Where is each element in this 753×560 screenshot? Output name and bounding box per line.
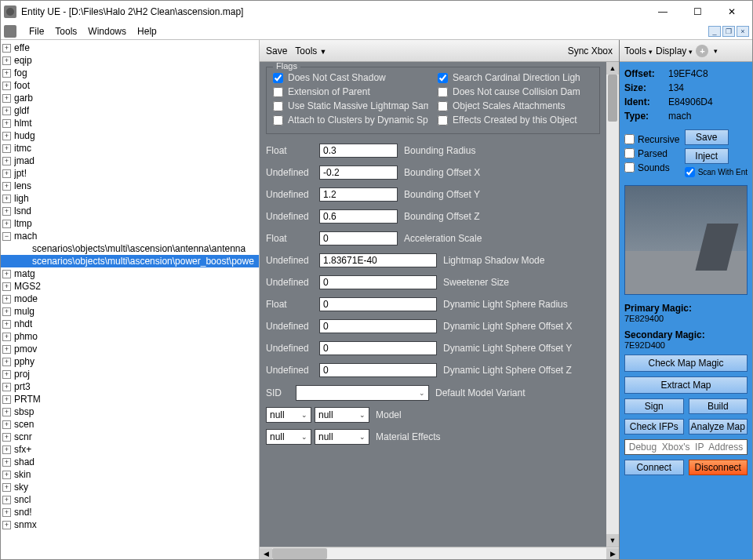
tree-item-foot[interactable]: +foot [1, 79, 259, 92]
tree-item-ligh[interactable]: +ligh [1, 192, 259, 205]
scroll-up-icon[interactable]: ▲ [606, 62, 619, 75]
mdi-minimize-button[interactable]: _ [708, 26, 721, 37]
flag-checkbox[interactable] [438, 101, 448, 111]
minimize-button[interactable]: — [646, 2, 680, 21]
tree-item-sky[interactable]: +sky [1, 481, 259, 493]
property-input[interactable] [319, 297, 437, 311]
inject-button[interactable]: Inject [685, 148, 729, 164]
extract-map-button[interactable]: Extract Map [624, 376, 748, 394]
property-input[interactable] [319, 144, 398, 158]
tree-item-scen[interactable]: +scen [1, 418, 259, 431]
flag-checkbox[interactable] [273, 87, 283, 97]
reference-select[interactable]: null⌄ [266, 407, 311, 423]
scroll-right-icon[interactable]: ▶ [606, 548, 619, 559]
expand-icon[interactable]: + [2, 169, 11, 178]
connect-button[interactable]: Connect [624, 460, 684, 475]
property-input[interactable] [319, 341, 437, 355]
expand-icon[interactable]: + [2, 270, 11, 278]
add-icon[interactable]: + [696, 45, 708, 57]
tag-tree[interactable]: +effe+eqip+fog+foot+garb+gldf+hlmt+hudg+… [1, 40, 260, 559]
collapse-icon[interactable]: − [2, 232, 11, 241]
sid-select[interactable]: ⌄ [296, 385, 429, 401]
expand-icon[interactable]: + [2, 420, 11, 429]
parsed-checkbox[interactable] [624, 148, 635, 158]
editor-tools-menu[interactable]: Tools▼ [295, 45, 326, 56]
expand-icon[interactable]: + [2, 132, 11, 140]
tree-item-nhdt[interactable]: +nhdt [1, 318, 259, 330]
tree-item-sfx+[interactable]: +sfx+ [1, 443, 259, 456]
expand-icon[interactable]: + [2, 358, 11, 366]
tree-item-fog[interactable]: +fog [1, 67, 259, 79]
tree-item-gldf[interactable]: +gldf [1, 104, 259, 117]
tree-child-item[interactable]: scenarios\objects\multi\ascension\antenn… [1, 242, 259, 255]
flag-checkbox[interactable] [273, 73, 283, 83]
tree-item-phmo[interactable]: +phmo [1, 330, 259, 343]
flag-item[interactable]: Does Not Cast Shadow [273, 72, 428, 83]
flag-item[interactable]: Does Not cause Collision Dam [438, 86, 593, 97]
vertical-scrollbar[interactable]: ▲ ▼ [606, 62, 619, 547]
expand-icon[interactable]: + [2, 144, 11, 153]
expand-icon[interactable]: + [2, 345, 11, 354]
tree-item-scnr[interactable]: +scnr [1, 431, 259, 443]
property-input[interactable] [319, 363, 437, 377]
flag-checkbox[interactable] [273, 101, 283, 111]
flag-item[interactable]: Search Cardinal Direction Ligh [438, 72, 593, 83]
tree-item-sbsp[interactable]: +sbsp [1, 405, 259, 418]
expand-icon[interactable]: + [2, 295, 11, 304]
expand-icon[interactable]: + [2, 282, 11, 291]
expand-icon[interactable]: + [2, 182, 11, 191]
scroll-thumb[interactable] [608, 75, 617, 122]
property-input[interactable] [319, 275, 437, 289]
maximize-button[interactable]: ☐ [680, 2, 715, 21]
flag-item[interactable]: Effects Created by this Object [438, 115, 593, 125]
sign-button[interactable]: Sign [624, 398, 684, 414]
expand-icon[interactable]: + [2, 119, 11, 128]
flag-item[interactable]: Extension of Parent [273, 86, 428, 97]
scroll-left-icon[interactable]: ◀ [260, 548, 272, 559]
tree-item-hudg[interactable]: +hudg [1, 129, 259, 142]
tree-item-snmx[interactable]: +snmx [1, 518, 259, 531]
tree-item-prt3[interactable]: +prt3 [1, 380, 259, 393]
flag-item[interactable]: Use Static Massive Lightmap Sample [273, 100, 428, 111]
expand-icon[interactable]: + [2, 82, 11, 90]
close-button[interactable]: ✕ [715, 2, 749, 21]
property-input[interactable] [319, 209, 398, 224]
expand-icon[interactable]: + [2, 320, 11, 329]
save-tag-button[interactable]: Save [685, 129, 729, 145]
flag-item[interactable]: Attach to Clusters by Dynamic Sphere [273, 115, 428, 125]
expand-icon[interactable]: + [2, 445, 11, 454]
reference-select[interactable]: null⌄ [315, 407, 369, 423]
tree-item-garb[interactable]: +garb [1, 92, 259, 104]
expand-icon[interactable]: + [2, 370, 11, 379]
editor-save-button[interactable]: Save [266, 45, 287, 56]
expand-icon[interactable]: + [2, 458, 11, 467]
horizontal-scrollbar[interactable]: ◀ ▶ [260, 547, 619, 559]
flag-item[interactable]: Object Scales Attachments [438, 100, 593, 111]
tree-item-effe[interactable]: +effe [1, 42, 259, 54]
property-input[interactable] [319, 319, 437, 333]
expand-icon[interactable]: + [2, 307, 11, 316]
debug-ip-input[interactable] [624, 439, 748, 455]
check-ifps-button[interactable]: Check IFPs [624, 419, 684, 435]
tree-item-mode[interactable]: +mode [1, 293, 259, 305]
tree-item-jpt![interactable]: +jpt! [1, 167, 259, 180]
tree-item-proj[interactable]: +proj [1, 368, 259, 380]
flag-checkbox[interactable] [273, 115, 283, 125]
check-map-magic-button[interactable]: Check Map Magic [624, 355, 748, 372]
expand-icon[interactable]: + [2, 433, 11, 442]
tree-item-mulg[interactable]: +mulg [1, 305, 259, 318]
tree-item-snd![interactable]: +snd! [1, 506, 259, 518]
property-input[interactable] [319, 231, 398, 245]
menu-file[interactable]: File [29, 26, 44, 37]
tree-item-itmc[interactable]: +itmc [1, 142, 259, 155]
expand-icon[interactable]: + [2, 44, 11, 53]
mdi-restore-button[interactable]: ❐ [722, 26, 735, 37]
expand-icon[interactable]: + [2, 94, 11, 103]
expand-icon[interactable]: + [2, 220, 11, 228]
tree-item-lsnd[interactable]: +lsnd [1, 205, 259, 217]
scroll-down-icon[interactable]: ▼ [606, 534, 619, 547]
expand-icon[interactable]: + [2, 496, 11, 504]
tree-item-pphy[interactable]: +pphy [1, 355, 259, 368]
flag-checkbox[interactable] [438, 73, 448, 83]
property-input[interactable] [319, 165, 398, 180]
